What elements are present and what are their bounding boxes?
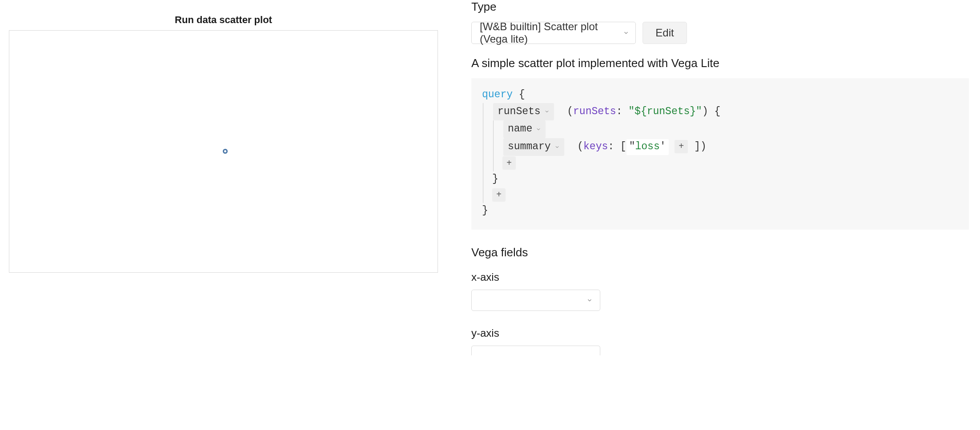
chart-panel: Run data scatter plot: [0, 0, 471, 430]
chevron-down-icon: [544, 109, 550, 114]
keys-value[interactable]: "loss': [627, 139, 669, 155]
y-axis-label: y-axis: [471, 327, 969, 339]
chevron-down-icon: [623, 30, 629, 36]
vega-fields-label: Vega fields: [471, 246, 969, 259]
query-editor[interactable]: query { runSets (runSets: "${runSets}") …: [471, 78, 969, 230]
query-keyword: query: [482, 89, 513, 100]
add-block-button[interactable]: +: [492, 188, 506, 202]
config-panel: Type [W&B builtin] Scatter plot (Vega li…: [471, 0, 980, 430]
chevron-down-icon: [536, 127, 541, 132]
edit-button[interactable]: Edit: [643, 22, 687, 44]
chart-title: Run data scatter plot: [9, 14, 438, 26]
x-axis-select[interactable]: [471, 290, 600, 311]
type-description: A simple scatter plot implemented with V…: [471, 56, 969, 70]
add-key-button[interactable]: +: [675, 140, 688, 153]
edit-button-label: Edit: [655, 27, 674, 39]
name-pill[interactable]: name: [503, 120, 546, 138]
scatter-plot-frame[interactable]: [9, 30, 438, 273]
x-axis-label: x-axis: [471, 271, 969, 283]
type-select-value: [W&B builtin] Scatter plot (Vega lite): [480, 20, 627, 45]
runsets-pill[interactable]: runSets: [493, 103, 554, 121]
chevron-down-icon: [586, 297, 593, 303]
y-axis-select[interactable]: [471, 346, 600, 355]
scatter-point: [223, 149, 228, 154]
summary-pill[interactable]: summary: [503, 138, 564, 156]
type-label: Type: [471, 0, 969, 14]
chevron-down-icon: [554, 144, 560, 150]
add-field-button[interactable]: +: [502, 156, 516, 170]
type-select[interactable]: [W&B builtin] Scatter plot (Vega lite): [471, 22, 636, 44]
